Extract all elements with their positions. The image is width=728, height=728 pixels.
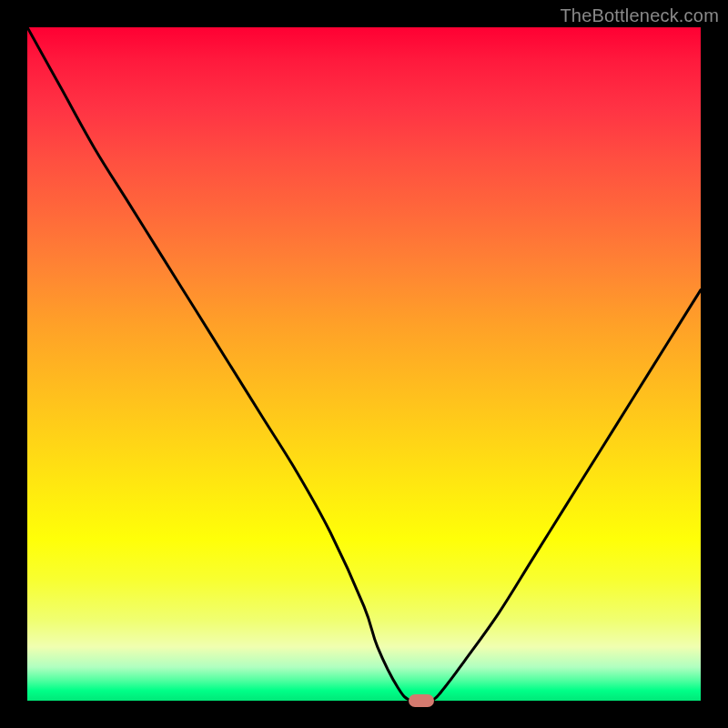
curve-svg xyxy=(27,27,701,701)
chart-container: TheBottleneck.com xyxy=(0,0,728,728)
watermark-text: TheBottleneck.com xyxy=(560,5,719,26)
optimal-marker xyxy=(409,694,434,707)
plot-area xyxy=(27,27,701,701)
bottleneck-curve xyxy=(27,27,701,701)
